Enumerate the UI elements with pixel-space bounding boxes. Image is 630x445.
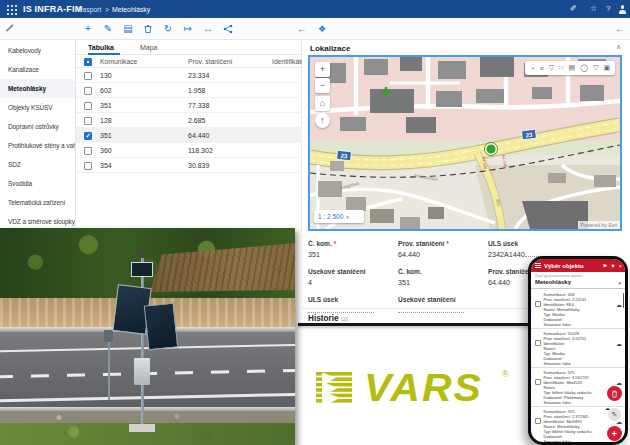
field-value[interactable]: 64.440 — [398, 250, 486, 259]
cell-stanicen: 30.839 — [188, 158, 209, 173]
historie-count-badge: (2) — [341, 316, 348, 322]
move-icon[interactable]: ↔ — [200, 21, 216, 37]
table-row[interactable]: 351 77.338 — [76, 98, 302, 113]
phone-mockup: Výběr objektu ⚑ ▼ × Zvol typ pasportního… — [528, 256, 628, 445]
goto-icon[interactable]: ↦ — [180, 21, 196, 37]
collapse-panel-icon[interactable]: ← — [612, 21, 628, 37]
row-checkbox[interactable] — [84, 117, 92, 125]
sidebar-item-sdz[interactable]: SDZ — [0, 155, 75, 174]
field-value[interactable]: 4 — [308, 278, 396, 287]
edit-fab[interactable]: ✎ — [608, 408, 621, 421]
map-scale-select[interactable]: 1 : 2 500▾ — [314, 210, 364, 223]
station-marker — [486, 144, 496, 154]
favorite-icon[interactable]: ☆ — [590, 0, 597, 18]
cell-komunikace: 351 — [100, 98, 112, 113]
cell-stanicen: 64.440 — [188, 128, 209, 143]
row-checkbox[interactable] — [84, 162, 92, 170]
item-checkbox[interactable] — [535, 379, 541, 385]
table-row[interactable]: 602 1.958 — [76, 83, 302, 98]
breadcrumb-parent[interactable]: Pasport — [78, 0, 101, 18]
menu-icon[interactable] — [535, 263, 541, 268]
breadcrumb-current[interactable]: Meteohlásky — [112, 0, 150, 18]
panel-back-icon[interactable]: ← — [294, 21, 310, 37]
row-checkbox[interactable] — [84, 102, 92, 110]
row-checkbox[interactable] — [84, 72, 92, 80]
sidebar-item-telematicka-zarizeni[interactable]: Telematická zařízení — [0, 193, 75, 212]
tab-tabulka[interactable]: Tabulka — [88, 40, 120, 55]
flag-icon[interactable]: ⚑ — [602, 263, 607, 269]
layers-icon[interactable]: ▤ — [569, 64, 576, 72]
filter-icon[interactable]: ▽ — [549, 64, 554, 72]
select-icon[interactable]: ∷ — [559, 64, 563, 72]
row-checkbox[interactable] — [84, 132, 92, 140]
funnel-icon[interactable]: ▽ — [593, 64, 598, 72]
phone-appbar: Výběr objektu ⚑ ▼ × — [531, 259, 625, 272]
field-value[interactable]: 351 — [398, 278, 486, 287]
item-checkbox[interactable] — [535, 301, 541, 307]
field-value[interactable]: 351 — [308, 250, 396, 259]
measure-icon[interactable] — [6, 24, 13, 31]
cell-stanicen: 118.302 — [188, 143, 213, 158]
table-row-selected[interactable]: 351 64.440 — [76, 128, 302, 143]
sidebar-item-svodidla[interactable]: Svodidla — [0, 174, 75, 193]
sidebar-item-protihlukove-steny[interactable]: Protihlukové stěny a valy — [0, 136, 75, 155]
table-row[interactable]: 130 23.334 — [76, 68, 302, 83]
list-item[interactable]: Komunikace: 55428 Prov. staničení: 3.557… — [531, 329, 625, 368]
close-icon[interactable]: × — [619, 263, 622, 269]
field-usekove-stanicen-2: Úsekové staničení — [398, 296, 486, 315]
delete-fab[interactable] — [607, 386, 622, 401]
compass-button[interactable]: ↑ — [315, 113, 330, 128]
panel-layers-icon[interactable]: ❖ — [314, 21, 330, 37]
vars-logo-text: VARS — [364, 365, 483, 411]
tab-mapa[interactable]: Mapa — [140, 40, 162, 55]
map[interactable]: Riegrova Hrotovická 351 23 23 64.400 64.… — [308, 55, 622, 231]
batch-edit-icon[interactable]: ▤ — [120, 21, 136, 37]
row-checkbox[interactable] — [84, 87, 92, 95]
map-attribution: Powered by Esri — [578, 221, 620, 229]
basemap-icon[interactable]: ◔ — [530, 65, 534, 72]
select-all-checkbox[interactable] — [84, 58, 92, 66]
legend-icon[interactable]: ≡ — [540, 65, 544, 72]
phone-screen: Výběr objektu ⚑ ▼ × Zvol typ pasportního… — [531, 259, 625, 442]
scrollbar[interactable] — [623, 293, 625, 308]
road-shield-23: 23 — [337, 150, 352, 160]
add-icon[interactable]: + — [80, 21, 96, 37]
table-row[interactable]: 354 30.839 — [76, 158, 302, 173]
zoom-in-button[interactable]: + — [315, 62, 330, 77]
delete-icon[interactable] — [140, 21, 156, 37]
list-item[interactable]: Komunikace: 408 Prov. staničení: 2.24141… — [531, 290, 625, 329]
col-prov-stanicen[interactable]: Prov. staničení — [188, 55, 232, 68]
app-launcher-icon[interactable] — [6, 4, 17, 15]
workflow-icon[interactable] — [220, 21, 236, 37]
sidebar-item-objekty-ksusv[interactable]: Objekty KSÚSV — [0, 98, 75, 117]
help-icon[interactable]: ? — [606, 0, 610, 18]
zoom-out-button[interactable]: − — [315, 78, 330, 93]
filter-icon[interactable]: ▼ — [610, 263, 615, 269]
user-icon[interactable] — [618, 5, 626, 14]
section-title-historie[interactable]: Historie (2) — [308, 314, 348, 323]
edit-icon[interactable]: ✎ — [100, 21, 116, 37]
sidebar-item-kanalizace[interactable]: Kanalizace — [0, 60, 75, 79]
cloud-sync-icon[interactable]: ☁ — [616, 340, 622, 366]
collapse-section-icon[interactable]: ∧ — [616, 43, 621, 51]
add-fab[interactable]: + — [607, 426, 622, 441]
row-checkbox[interactable] — [84, 147, 92, 155]
item-checkbox[interactable] — [535, 340, 541, 346]
field-label: Č. kom. — [398, 268, 422, 275]
cell-stanicen: 23.334 — [188, 68, 209, 83]
pin-icon[interactable]: ✐ — [570, 0, 577, 18]
cloud-sync-icon[interactable]: ☁ — [616, 301, 622, 327]
item-checkbox[interactable] — [535, 418, 541, 424]
object-type-select[interactable]: Zvol typ pasportního objektu Meteohlásky… — [531, 272, 625, 289]
field-value[interactable]: 2342A1440 — [488, 250, 525, 259]
sidebar-item-dopravni-ostruvky[interactable]: Dopravní ostrůvky — [0, 117, 75, 136]
table-row[interactable]: 360 118.302 — [76, 143, 302, 158]
sidebar-item-kabelovody[interactable]: Kabelovody — [0, 41, 75, 60]
table-row[interactable]: 128 2.685 — [76, 113, 302, 128]
refresh-map-icon[interactable]: ◯ — [580, 64, 588, 72]
col-komunikace[interactable]: Komunikace — [100, 55, 137, 68]
print-icon[interactable]: ▣ — [603, 64, 610, 72]
sidebar-item-meteohlasky[interactable]: Meteohlásky — [0, 79, 75, 98]
home-button[interactable]: ⌂ — [315, 96, 330, 111]
refresh-icon[interactable]: ↻ — [160, 21, 176, 37]
